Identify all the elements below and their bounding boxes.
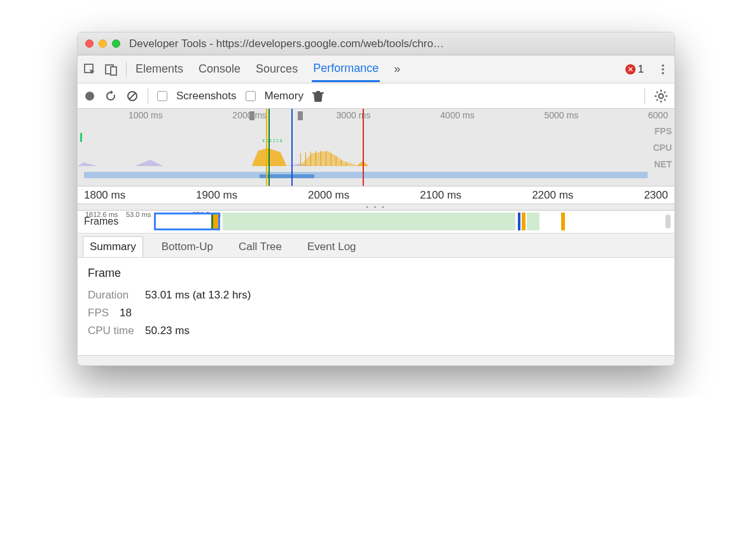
fps-key: FPS: [88, 307, 115, 319]
svg-point-4: [662, 68, 664, 71]
svg-line-14: [657, 92, 658, 93]
tab-bottom-up[interactable]: Bottom-Up: [155, 236, 220, 257]
tab-performance[interactable]: Performance: [312, 57, 380, 82]
marker-red: [363, 109, 364, 186]
frame-stripe: [561, 213, 565, 230]
marker-green: [268, 109, 270, 186]
svg-line-15: [664, 99, 665, 101]
memory-checkbox[interactable]: [246, 91, 256, 101]
separator: [644, 88, 645, 104]
overview-ruler: 1000 ms 2000 ms 3000 ms 4000 ms 5000 ms …: [78, 109, 674, 120]
summary-row: CPU time 50.23 ms: [88, 325, 664, 337]
dr-tick: 2000 ms: [308, 189, 349, 202]
error-icon: ✕: [625, 64, 636, 74]
svg-line-8: [129, 93, 136, 99]
summary-row: FPS 18: [88, 307, 664, 319]
record-icon[interactable]: [84, 90, 95, 102]
selection-handle-left[interactable]: [249, 111, 254, 120]
device-mode-icon[interactable]: [104, 62, 118, 76]
performance-toolbar: Screenshots Memory: [78, 83, 674, 109]
frame-block[interactable]: [527, 213, 540, 230]
tab-sources[interactable]: Sources: [254, 57, 299, 81]
dr-tick: 1900 ms: [196, 189, 237, 202]
scrollbar-thumb[interactable]: [665, 214, 671, 228]
separator: [148, 88, 148, 104]
cpu-time-key: CPU time: [88, 325, 140, 337]
frame-stripe: [522, 213, 526, 230]
tab-summary[interactable]: Summary: [83, 236, 143, 257]
selection-handle-right[interactable]: [298, 111, 303, 120]
marker-yellow: [266, 109, 267, 186]
dr-tick: 1800 ms: [84, 189, 125, 202]
inspect-icon[interactable]: [83, 62, 97, 76]
frame-time-marker: 1812.6 ms: [85, 211, 118, 218]
frame-stripe: [518, 213, 520, 230]
ov-tick: 3000 ms: [337, 110, 371, 120]
details-tabs: Summary Bottom-Up Call Tree Event Log: [78, 234, 674, 258]
overview-track-labels: FPS CPU NET: [653, 123, 672, 172]
tab-elements[interactable]: Elements: [134, 57, 185, 81]
summary-row: Duration 53.01 ms (at 13.2 hrs): [88, 289, 664, 302]
detail-ruler[interactable]: 1800 ms 1900 ms 2000 ms 2100 ms 2200 ms …: [78, 186, 674, 204]
svg-point-6: [85, 92, 94, 101]
marker-blue: [291, 109, 293, 186]
dr-tick: 2300: [644, 189, 668, 202]
overview-pane[interactable]: 1000 ms 2000 ms 3000 ms 4000 ms 5000 ms …: [78, 109, 674, 186]
clear-icon[interactable]: [126, 90, 139, 102]
ov-tick: 6000: [648, 110, 668, 120]
reload-icon[interactable]: [104, 90, 117, 102]
screenshots-label: Screenshots: [176, 90, 237, 102]
svg-point-3: [662, 64, 664, 67]
frames-row[interactable]: Frames 1812.6 ms 53.0 ms 250.2 ms: [78, 211, 674, 234]
duration-value: 53.01 ms (at 13.2 hrs): [145, 289, 251, 302]
svg-point-5: [662, 72, 664, 74]
traffic-lights: [85, 39, 120, 48]
ov-tick: 5000 ms: [544, 110, 578, 120]
footer-strip: [78, 355, 674, 365]
ov-tick: 4000 ms: [440, 110, 475, 120]
svg-line-17: [664, 92, 665, 93]
fps-label: FPS: [653, 123, 672, 139]
svg-line-16: [657, 99, 658, 101]
frame-selected[interactable]: [154, 213, 220, 230]
tabs-row: Elements Console Sources Performance »: [134, 57, 618, 82]
resize-gripper[interactable]: • • •: [78, 204, 674, 211]
tab-event-log[interactable]: Event Log: [300, 236, 363, 257]
separator: [126, 62, 127, 77]
error-badge[interactable]: ✕ 1: [625, 63, 644, 76]
minimize-button[interactable]: [99, 39, 107, 48]
duration-key: Duration: [88, 289, 140, 302]
summary-heading: Frame: [88, 267, 664, 280]
window-titlebar: Developer Tools - https://developers.goo…: [78, 32, 674, 55]
error-count: 1: [638, 63, 644, 76]
fps-value: 18: [120, 307, 132, 319]
devtools-window: Developer Tools - https://developers.goo…: [77, 32, 675, 366]
kebab-menu-icon[interactable]: [657, 63, 669, 76]
window-title: Developer Tools - https://developers.goo…: [129, 38, 444, 50]
screenshots-checkbox[interactable]: [157, 91, 167, 101]
svg-point-9: [659, 94, 664, 98]
cpu-time-value: 50.23 ms: [145, 325, 190, 337]
memory-label: Memory: [265, 90, 303, 102]
dr-tick: 2200 ms: [532, 189, 573, 202]
tab-call-tree[interactable]: Call Tree: [232, 236, 289, 257]
frame-time-marker: 53.0 ms: [126, 211, 151, 218]
panel-tabs: Elements Console Sources Performance » ✕…: [78, 55, 674, 83]
tab-console[interactable]: Console: [197, 57, 242, 81]
dr-tick: 2100 ms: [420, 189, 461, 202]
trash-icon[interactable]: [312, 90, 324, 102]
svg-rect-2: [111, 67, 116, 75]
gear-icon[interactable]: [654, 89, 668, 103]
close-button[interactable]: [85, 39, 94, 48]
tabs-overflow[interactable]: »: [393, 57, 401, 81]
net-label: NET: [653, 156, 672, 172]
maximize-button[interactable]: [112, 39, 120, 48]
ov-tick: 1000 ms: [129, 110, 163, 120]
summary-panel: Frame Duration 53.01 ms (at 13.2 hrs) FP…: [78, 258, 674, 355]
frame-block[interactable]: [223, 213, 515, 230]
cpu-label: CPU: [653, 139, 672, 156]
